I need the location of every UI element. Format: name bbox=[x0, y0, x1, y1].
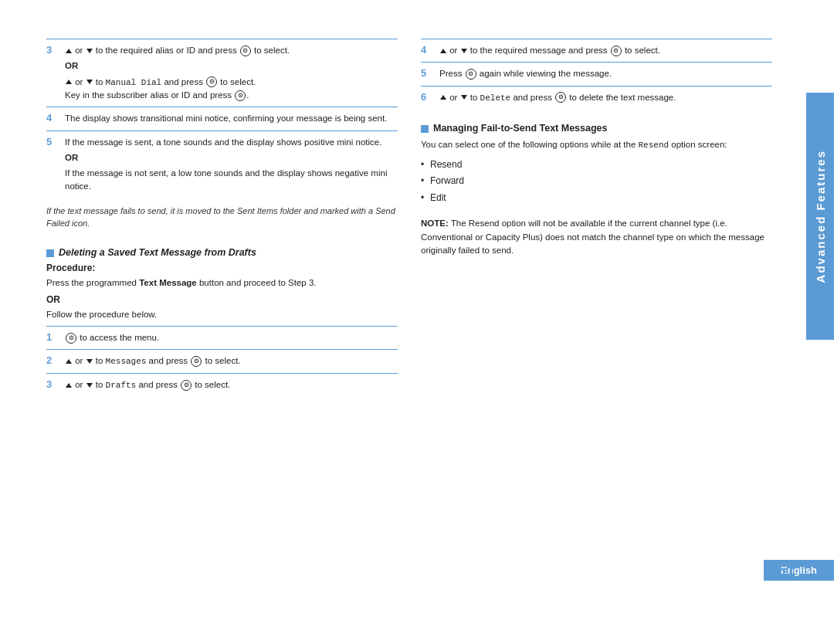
step-3-drafts: 3 or to Drafts and press ⊙ to select. bbox=[46, 373, 398, 397]
note-block: NOTE: The Resend option will not be avai… bbox=[421, 217, 772, 257]
or-label-proc: OR bbox=[46, 294, 398, 305]
arrow-up-icon bbox=[440, 95, 446, 100]
italic-note: If the text message fails to send, it is… bbox=[46, 205, 398, 230]
arrow-down-icon bbox=[461, 49, 467, 53]
step-5-tone: 5 If the message is sent, a tone sounds … bbox=[46, 130, 398, 198]
step-3-alias: 3 or to the required alias or ID and pre… bbox=[46, 39, 398, 107]
step-number-2: 2 bbox=[46, 354, 59, 366]
note-label: NOTE: bbox=[421, 219, 449, 228]
step-4-right: 4 or to the required message and press ⊙… bbox=[421, 39, 772, 62]
arrow-down-icon bbox=[461, 95, 467, 100]
step-5-content: If the message is sent, a tone sounds an… bbox=[65, 136, 398, 194]
arrow-up-icon bbox=[66, 80, 72, 84]
page-number: 61 bbox=[777, 561, 795, 581]
options-list: Resend Forward Edit bbox=[421, 157, 772, 207]
list-item-forward: Forward bbox=[430, 173, 772, 190]
left-column: 3 or to the required alias or ID and pre… bbox=[46, 39, 398, 567]
step-6r-content: or to Delete and press ⊙ to delete the t… bbox=[439, 91, 772, 105]
page-container: Advanced Features English 61 3 or to the… bbox=[0, 0, 834, 644]
section-intro: You can select one of the following opti… bbox=[421, 138, 772, 152]
or-label-2: OR bbox=[65, 151, 398, 164]
step-6-right: 6 or to Delete and press ⊙ to delete the… bbox=[421, 86, 772, 110]
step-3a-content: or to the required alias or ID and press… bbox=[65, 44, 398, 102]
step-number-6r: 6 bbox=[421, 91, 433, 103]
step-2-messages: 2 or to Messages and press ⊙ to select. bbox=[46, 349, 398, 373]
section-managing-header: Managing Fail-to-Send Text Messages bbox=[421, 123, 772, 134]
note-text: The Resend option will not be available … bbox=[421, 219, 764, 255]
step-1-content: ⊙ to access the menu. bbox=[65, 331, 398, 344]
step-1-menu: 1 ⊙ to access the menu. bbox=[46, 326, 398, 349]
arrow-down-icon bbox=[86, 49, 93, 53]
step-number-1: 1 bbox=[46, 331, 59, 343]
ok-icon: ⊙ bbox=[235, 90, 246, 101]
step-4r-content: or to the required message and press ⊙ t… bbox=[439, 44, 772, 57]
section-bullet-icon bbox=[46, 249, 54, 257]
content-area: 3 or to the required alias or ID and pre… bbox=[46, 39, 772, 567]
arrow-up-icon bbox=[66, 359, 72, 364]
step-number-5r: 5 bbox=[421, 67, 433, 79]
step-2-content: or to Messages and press ⊙ to select. bbox=[65, 354, 398, 368]
arrow-up-icon bbox=[66, 49, 72, 53]
english-badge: English bbox=[764, 560, 834, 581]
side-tab: Advanced Features bbox=[806, 93, 834, 340]
arrow-down-icon bbox=[86, 80, 93, 84]
step-4-content: The display shows transitional mini noti… bbox=[65, 112, 398, 125]
or-label-1: OR bbox=[65, 59, 398, 73]
ok-icon: ⊙ bbox=[240, 46, 251, 56]
section-managing-title: Managing Fail-to-Send Text Messages bbox=[433, 123, 608, 134]
section-deleting-header: Deleting a Saved Text Message from Draft… bbox=[46, 247, 398, 258]
ok-icon: ⊙ bbox=[191, 356, 202, 367]
ok-icon: ⊙ bbox=[181, 380, 192, 391]
step-number-3a: 3 bbox=[46, 44, 59, 56]
step-3b-content: or to Drafts and press ⊙ to select. bbox=[65, 378, 398, 392]
ok-icon: ⊙ bbox=[66, 333, 76, 344]
right-column: 4 or to the required message and press ⊙… bbox=[421, 39, 772, 567]
step-4-display: 4 The display shows transitional mini no… bbox=[46, 107, 398, 130]
ok-icon: ⊙ bbox=[206, 76, 217, 87]
procedure-text: Press the programmed Text Message button… bbox=[46, 276, 398, 290]
side-tab-text: Advanced Features bbox=[814, 150, 827, 283]
procedure-label: Procedure: bbox=[46, 263, 398, 273]
section-bullet-managing-icon bbox=[421, 125, 429, 133]
follow-text: Follow the procedure below. bbox=[46, 308, 398, 321]
step-5-right: 5 Press ⊙ again while viewing the messag… bbox=[421, 62, 772, 85]
step-number-4: 4 bbox=[46, 112, 59, 124]
step-number-3b: 3 bbox=[46, 378, 59, 390]
step-5r-content: Press ⊙ again while viewing the message. bbox=[439, 67, 772, 80]
arrow-down-icon bbox=[86, 383, 93, 388]
ok-icon: ⊙ bbox=[555, 92, 566, 103]
ok-icon: ⊙ bbox=[611, 46, 622, 56]
section-deleting-title: Deleting a Saved Text Message from Draft… bbox=[59, 247, 256, 258]
list-item-edit: Edit bbox=[430, 190, 772, 207]
arrow-up-icon bbox=[66, 383, 72, 388]
list-item-resend: Resend bbox=[430, 157, 772, 174]
arrow-up-icon bbox=[440, 49, 446, 53]
ok-icon: ⊙ bbox=[466, 69, 476, 80]
step-number-4r: 4 bbox=[421, 44, 433, 56]
step-number-5: 5 bbox=[46, 136, 59, 147]
arrow-down-icon bbox=[86, 359, 93, 364]
